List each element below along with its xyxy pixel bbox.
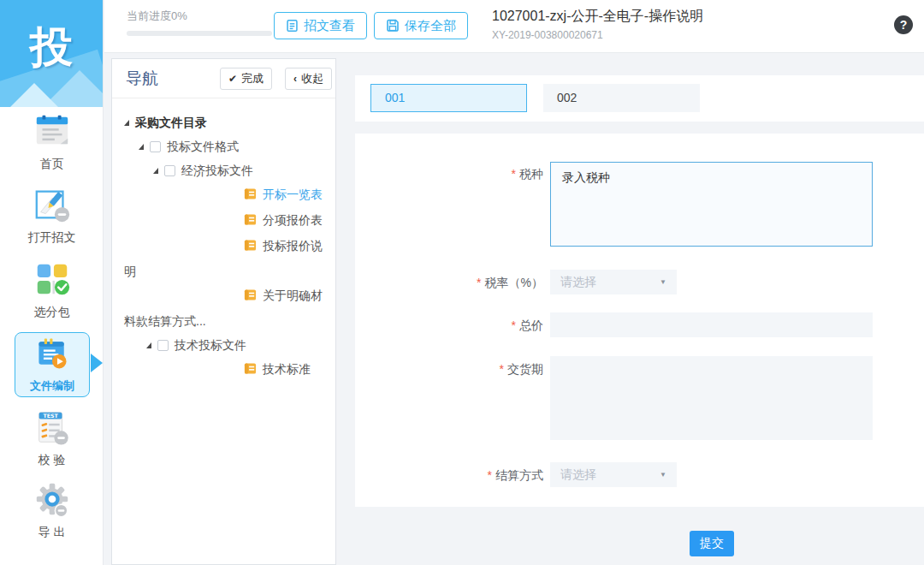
- required-mark: *: [488, 468, 492, 482]
- total-price-label: *总价: [355, 318, 543, 334]
- app-logo: 投: [0, 0, 103, 107]
- top-toolbar: 当前进度0% 招文查看 保存全部 1027001-zxj-公开-全电子-操作说明…: [104, 0, 924, 53]
- done-button[interactable]: ✔ 完成: [220, 68, 272, 90]
- active-item-arrow-icon: [91, 354, 103, 372]
- svg-text:TEST: TEST: [43, 413, 58, 419]
- tax-rate-placeholder: 请选择: [560, 275, 596, 288]
- tax-rate-label: *税率（%）: [355, 276, 543, 291]
- document-leaf-icon: [184, 210, 257, 234]
- chevron-down-icon: ▼: [660, 462, 666, 487]
- tax-type-label: *税种: [355, 167, 543, 182]
- settlement-method-label: *结算方式: [355, 468, 543, 484]
- document-leaf-icon: [184, 184, 257, 208]
- settlement-method-placeholder: 请选择: [560, 467, 596, 481]
- packages-icon: [33, 259, 72, 299]
- save-all-button[interactable]: 保存全部: [374, 12, 468, 39]
- tree-node-economic-docs[interactable]: 经济投标文件: [124, 158, 323, 182]
- sidebar-item-label: 打开招文: [28, 230, 76, 244]
- progress-label: 当前进度0%: [127, 9, 272, 24]
- logo-glyph: 投: [0, 19, 103, 76]
- collapse-button[interactable]: ‹ 收起: [285, 68, 332, 90]
- tree-node-label: 技术投标文件: [175, 338, 246, 352]
- document-code: XY-2019-003800020671: [492, 29, 703, 41]
- tree-node-material-settlement[interactable]: 关于明确材料款结算方式...: [124, 283, 323, 333]
- export-icon: [33, 479, 72, 519]
- sidebar-item-label: 文件编制: [30, 379, 74, 392]
- chevron-down-icon: ▼: [660, 270, 666, 294]
- required-mark: *: [477, 276, 481, 289]
- required-mark: *: [512, 167, 516, 181]
- save-all-label: 保存全部: [405, 18, 456, 34]
- package-tabs-strip: 001 002: [355, 75, 924, 122]
- verify-icon: TEST: [33, 407, 72, 447]
- tree-node-label: 采购文件目录: [135, 116, 207, 129]
- tree-node-label: 经济投标文件: [181, 164, 253, 177]
- submit-button[interactable]: 提交: [690, 531, 734, 556]
- document-leaf-icon: [184, 359, 257, 383]
- tree-node-quote-notes[interactable]: 投标报价说明: [124, 234, 323, 283]
- help-icon[interactable]: ?: [894, 15, 913, 34]
- check-icon: ✔: [228, 73, 237, 85]
- document-tree: 采购文件目录 投标文件格式 经济投标文件 开标一览表 分项报价表 投标报价说明 …: [112, 98, 335, 383]
- document-title: 1027001-zxj-公开-全电子-操作说明: [492, 8, 703, 26]
- document-title-block: 1027001-zxj-公开-全电子-操作说明 XY-2019-00380002…: [492, 8, 703, 41]
- sidebar-item-label: 选分包: [34, 305, 70, 318]
- sidebar-item-label: 导 出: [38, 525, 66, 538]
- required-mark: *: [500, 362, 504, 376]
- document-leaf-icon: [184, 285, 257, 309]
- delivery-period-label: *交货期: [355, 362, 543, 378]
- sidebar-item-label: 首页: [40, 157, 64, 170]
- tree-node-itemized-quote[interactable]: 分项报价表: [124, 208, 323, 234]
- sidebar-item-label: 校 验: [38, 453, 66, 467]
- view-tender-button[interactable]: 招文查看: [274, 12, 367, 39]
- view-tender-label: 招文查看: [304, 18, 355, 34]
- tree-node-label: 技术标准: [263, 362, 311, 376]
- total-price-input[interactable]: [550, 312, 873, 337]
- tree-node-technical-standard[interactable]: 技术标准: [124, 357, 323, 383]
- done-label: 完成: [241, 71, 264, 86]
- expand-arrow-icon: [146, 342, 151, 348]
- progress-indicator: 当前进度0%: [127, 9, 272, 36]
- delivery-period-textarea[interactable]: [550, 356, 873, 440]
- bid-opening-form: *税种 录入税种 *税率（%） ▼请选择 *总价 *交货期 *结算方式 ▼请选择: [355, 134, 924, 507]
- settlement-method-select[interactable]: ▼请选择: [550, 462, 677, 487]
- tax-type-textarea[interactable]: 录入税种: [550, 162, 873, 247]
- home-icon: [33, 111, 72, 151]
- app-sidebar: 投 首页: [0, 0, 104, 565]
- navigation-panel: 导航 ✔ 完成 ‹ 收起 采购文件目录 投标文件格式 经济投标文件 开标一览表 …: [111, 58, 336, 565]
- tree-node-bid-opening-list[interactable]: 开标一览表: [124, 182, 323, 208]
- expand-arrow-icon: [139, 144, 144, 150]
- tree-node-technical-docs[interactable]: 技术投标文件: [124, 333, 323, 357]
- tax-rate-select[interactable]: ▼请选择: [550, 270, 677, 294]
- expand-arrow-icon: [124, 120, 129, 126]
- open-doc-icon: [33, 185, 72, 224]
- tab-002[interactable]: 002: [543, 84, 700, 112]
- logo-triangle-decor: [2, 83, 67, 107]
- required-mark: *: [512, 318, 516, 332]
- sidebar-item-home[interactable]: 首页: [0, 111, 104, 172]
- save-icon: [386, 19, 400, 33]
- sidebar-item-open-tender[interactable]: 打开招文: [0, 185, 104, 246]
- collapse-label: 收起: [301, 71, 323, 86]
- tree-checkbox[interactable]: [164, 165, 175, 176]
- tree-checkbox[interactable]: [157, 340, 169, 351]
- sidebar-item-export[interactable]: 导 出: [0, 479, 104, 540]
- tree-node-label: 投标文件格式: [167, 140, 239, 153]
- chevron-left-icon: ‹: [293, 73, 297, 85]
- sidebar-item-compile[interactable]: 文件编制: [15, 332, 90, 397]
- compile-icon: [33, 335, 71, 372]
- tab-001[interactable]: 001: [370, 84, 527, 112]
- sidebar-item-select-package[interactable]: 选分包: [0, 259, 104, 320]
- navigation-header: 导航 ✔ 完成 ‹ 收起: [112, 59, 335, 98]
- sidebar-item-verify[interactable]: TEST 校 验: [0, 407, 104, 468]
- tree-node-label: 开标一览表: [263, 187, 323, 201]
- tree-node-bid-format[interactable]: 投标文件格式: [124, 134, 323, 158]
- document-icon: [286, 19, 299, 33]
- progress-track: [127, 31, 272, 36]
- document-leaf-icon: [184, 235, 257, 259]
- tree-node-label: 分项报价表: [263, 213, 323, 227]
- navigation-title: 导航: [126, 68, 158, 90]
- tree-checkbox[interactable]: [150, 141, 161, 152]
- expand-arrow-icon: [153, 168, 158, 174]
- tree-node-root[interactable]: 采购文件目录: [124, 110, 323, 134]
